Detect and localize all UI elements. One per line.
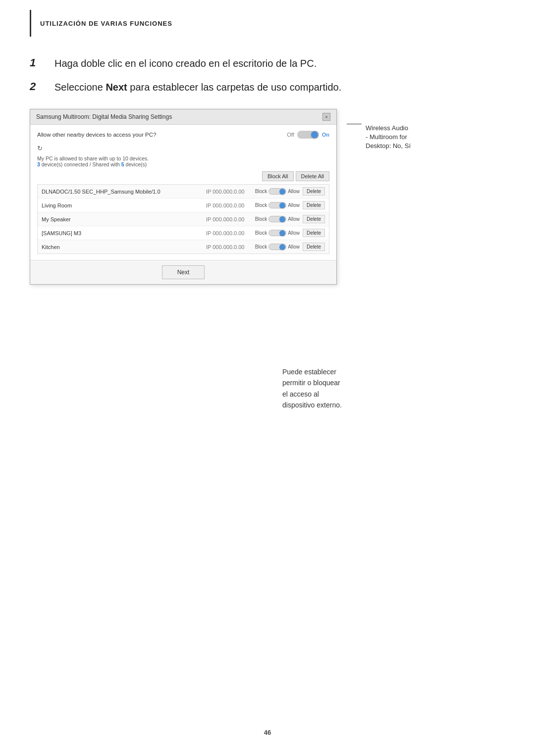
delete-all-button[interactable]: Delete All (296, 171, 329, 181)
access-note-line1: Puede establecer (282, 368, 336, 376)
device-row: [SAMSUNG] M3 IP 000.000.0.00 Block Allow… (38, 226, 329, 240)
toggle-knob (311, 131, 318, 138)
device-ip-3: IP 000.000.0.00 (196, 230, 255, 236)
wireless-audio-annotation: Wireless Audio- Multiroom forDesktop: No… (347, 124, 411, 151)
allow-label-1: Allow (288, 202, 300, 208)
dialog-close-button[interactable]: × (322, 113, 330, 121)
block-label-1: Block (255, 202, 267, 208)
block-allow-toggle-4[interactable]: Block Allow (255, 244, 300, 250)
next-button[interactable]: Next (162, 265, 205, 279)
toggle-track[interactable] (297, 131, 319, 139)
dialog-footer: Next (30, 260, 336, 284)
allow-question-text: Allow other nearby devices to access you… (37, 132, 156, 138)
device-controls-3: Block Allow Delete (255, 229, 325, 237)
dialog-titlebar: Samsung Multiroom: Digital Media Sharing… (30, 109, 336, 125)
allow-label-0: Allow (288, 189, 300, 194)
dialog-top-row: Allow other nearby devices to access you… (37, 131, 329, 139)
instruction-number-1: 1 (30, 56, 50, 69)
header-title: UTILIZACIÓN DE VARIAS FUNCIONES (40, 20, 172, 27)
allow-label-4: Allow (288, 244, 300, 250)
instruction-1: 1 Haga doble clic en el icono creado en … (30, 56, 505, 70)
block-allow-toggle-2[interactable]: Block Allow (255, 216, 300, 222)
annotation-arrow-1 (347, 124, 362, 124)
block-all-button[interactable]: Block All (262, 171, 294, 181)
shared-count: 5 (121, 161, 124, 167)
device-row: DLNADOC/1.50 SEC_HHP_Samsung Mobile/1.0 … (38, 185, 329, 199)
arrow-line (347, 124, 362, 124)
allow-label-2: Allow (288, 216, 300, 222)
block-allow-toggle-1[interactable]: Block Allow (255, 202, 300, 208)
instruction-text-2: Seleccione Next para establecer las carp… (54, 80, 341, 94)
dialog-body: Allow other nearby devices to access you… (30, 125, 336, 260)
device-name-3: [SAMSUNG] M3 (42, 230, 196, 236)
on-off-toggle[interactable]: Off On (287, 131, 329, 139)
delete-button-4[interactable]: Delete (303, 243, 325, 251)
ba-knob-3 (279, 230, 285, 236)
delete-button-0[interactable]: Delete (303, 187, 325, 196)
instruction-2: 2 Seleccione Next para establecer las ca… (30, 80, 505, 94)
device-ip-2: IP 000.000.0.00 (196, 216, 255, 222)
page-container: UTILIZACIÓN DE VARIAS FUNCIONES 1 Haga d… (0, 10, 535, 756)
ba-track-2[interactable] (268, 216, 286, 222)
device-controls-0: Block Allow Delete (255, 187, 325, 196)
delete-button-1[interactable]: Delete (303, 201, 325, 209)
device-ip-4: IP 000.000.0.00 (196, 244, 255, 250)
instruction-number-2: 2 (30, 80, 50, 93)
device-name-0: DLNADOC/1.50 SEC_HHP_Samsung Mobile/1.0 (42, 189, 196, 195)
annotation-area: Wireless Audio- Multiroom forDesktop: No… (347, 109, 411, 151)
access-note-line4: dispositivo externo. (282, 401, 342, 409)
refresh-icon-row: ↻ (37, 144, 329, 152)
ba-track-3[interactable] (268, 230, 286, 236)
allow-label-3: Allow (288, 230, 300, 236)
ba-knob-1 (279, 202, 285, 208)
ba-track-1[interactable] (268, 202, 286, 208)
device-name-2: My Speaker (42, 216, 196, 222)
block-label-0: Block (255, 189, 267, 194)
access-note-line3: el acceso al (282, 390, 319, 398)
device-ip-0: IP 000.000.0.00 (196, 189, 255, 195)
device-name-1: Living Room (42, 202, 196, 208)
device-controls-4: Block Allow Delete (255, 243, 325, 251)
device-name-4: Kitchen (42, 244, 196, 250)
access-note-annotation: Puede establecer permitir o bloquear el … (282, 366, 342, 411)
device-row: My Speaker IP 000.000.0.00 Block Allow D… (38, 212, 329, 226)
device-list: DLNADOC/1.50 SEC_HHP_Samsung Mobile/1.0 … (37, 184, 329, 254)
page-number: 46 (264, 729, 271, 736)
block-label-3: Block (255, 230, 267, 236)
device-row: Kitchen IP 000.000.0.00 Block Allow Dele… (38, 240, 329, 253)
block-allow-toggle-0[interactable]: Block Allow (255, 188, 300, 195)
device-info-row: My PC is allowed to share with up to 10 … (37, 155, 329, 167)
dialog-window: Samsung Multiroom: Digital Media Sharing… (30, 109, 337, 285)
ba-knob-2 (279, 216, 285, 222)
device-controls-1: Block Allow Delete (255, 201, 325, 209)
access-note-line2: permitir o bloquear (282, 379, 340, 387)
ba-knob-0 (279, 189, 285, 195)
device-row: Living Room IP 000.000.0.00 Block Allow … (38, 199, 329, 212)
instruction-text-1: Haga doble clic en el icono creado en el… (54, 56, 317, 70)
bulk-actions-row: Block All Delete All (37, 171, 329, 181)
ba-track-4[interactable] (268, 244, 286, 250)
device-controls-2: Block Allow Delete (255, 215, 325, 223)
delete-button-2[interactable]: Delete (303, 215, 325, 223)
device-ip-1: IP 000.000.0.00 (196, 202, 255, 208)
block-allow-toggle-3[interactable]: Block Allow (255, 230, 300, 236)
refresh-icon[interactable]: ↻ (37, 145, 43, 152)
connected-count: 3 (37, 161, 40, 167)
block-label-2: Block (255, 216, 267, 222)
delete-button-3[interactable]: Delete (303, 229, 325, 237)
toggle-on-label: On (322, 132, 329, 138)
block-label-4: Block (255, 244, 267, 250)
next-bold-label: Next (106, 82, 127, 93)
ba-knob-4 (279, 244, 285, 250)
toggle-off-label: Off (287, 132, 294, 138)
instructions-section: 1 Haga doble clic en el icono creado en … (30, 56, 505, 94)
ba-track-0[interactable] (268, 188, 286, 195)
dialog-title-text: Samsung Multiroom: Digital Media Sharing… (36, 113, 172, 120)
wireless-audio-text: Wireless Audio- Multiroom forDesktop: No… (366, 124, 411, 151)
dialog-area: Samsung Multiroom: Digital Media Sharing… (30, 109, 505, 285)
header-section: UTILIZACIÓN DE VARIAS FUNCIONES (30, 10, 520, 37)
